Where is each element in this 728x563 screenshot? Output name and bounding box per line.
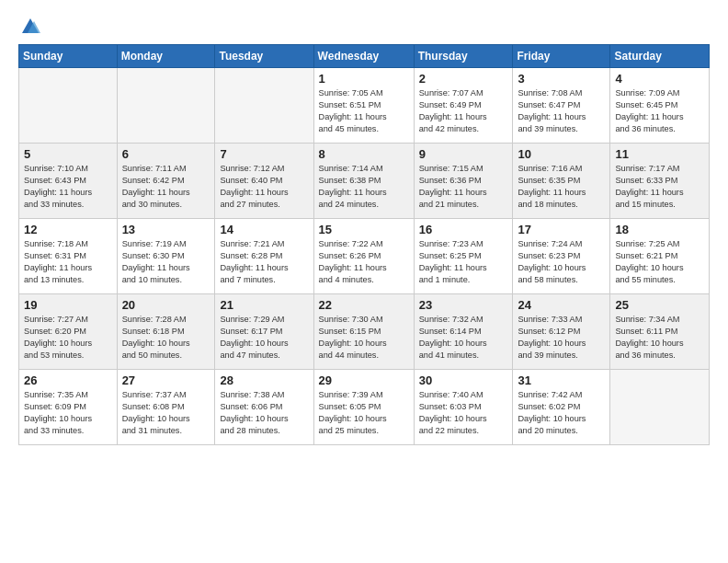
day-number: 4 bbox=[615, 72, 704, 86]
day-info: Sunrise: 7:38 AM Sunset: 6:06 PM Dayligh… bbox=[220, 389, 308, 437]
day-info: Sunrise: 7:08 AM Sunset: 6:47 PM Dayligh… bbox=[518, 87, 605, 135]
day-number: 7 bbox=[220, 147, 308, 161]
day-info: Sunrise: 7:22 AM Sunset: 6:26 PM Dayligh… bbox=[319, 238, 409, 286]
day-number: 17 bbox=[518, 223, 605, 236]
logo bbox=[18, 17, 40, 37]
day-cell: 15Sunrise: 7:22 AM Sunset: 6:26 PM Dayli… bbox=[313, 219, 414, 294]
day-number: 2 bbox=[419, 72, 508, 86]
day-info: Sunrise: 7:19 AM Sunset: 6:30 PM Dayligh… bbox=[122, 238, 210, 286]
day-cell: 23Sunrise: 7:32 AM Sunset: 6:14 PM Dayli… bbox=[414, 294, 513, 370]
day-info: Sunrise: 7:23 AM Sunset: 6:25 PM Dayligh… bbox=[419, 238, 508, 286]
day-info: Sunrise: 7:12 AM Sunset: 6:40 PM Dayligh… bbox=[220, 163, 308, 211]
day-number: 31 bbox=[518, 373, 605, 387]
day-cell: 4Sunrise: 7:09 AM Sunset: 6:45 PM Daylig… bbox=[610, 68, 710, 144]
day-cell: 21Sunrise: 7:29 AM Sunset: 6:17 PM Dayli… bbox=[215, 294, 313, 370]
day-cell: 12Sunrise: 7:18 AM Sunset: 6:31 PM Dayli… bbox=[19, 219, 118, 294]
weekday-header-friday: Friday bbox=[513, 45, 610, 68]
day-info: Sunrise: 7:32 AM Sunset: 6:14 PM Dayligh… bbox=[419, 314, 508, 362]
weekday-header-row: SundayMondayTuesdayWednesdayThursdayFrid… bbox=[19, 45, 710, 68]
page: SundayMondayTuesdayWednesdayThursdayFrid… bbox=[0, 0, 728, 563]
calendar-table: SundayMondayTuesdayWednesdayThursdayFrid… bbox=[18, 44, 710, 445]
day-info: Sunrise: 7:42 AM Sunset: 6:02 PM Dayligh… bbox=[518, 389, 605, 437]
day-info: Sunrise: 7:05 AM Sunset: 6:51 PM Dayligh… bbox=[319, 87, 409, 135]
day-number: 30 bbox=[419, 373, 508, 387]
day-cell: 2Sunrise: 7:07 AM Sunset: 6:49 PM Daylig… bbox=[414, 68, 513, 144]
week-row-5: 26Sunrise: 7:35 AM Sunset: 6:09 PM Dayli… bbox=[19, 370, 710, 445]
day-cell: 10Sunrise: 7:16 AM Sunset: 6:35 PM Dayli… bbox=[513, 144, 610, 219]
day-number: 25 bbox=[615, 298, 704, 312]
day-cell: 31Sunrise: 7:42 AM Sunset: 6:02 PM Dayli… bbox=[513, 370, 610, 445]
logo-icon bbox=[20, 17, 40, 37]
day-cell: 14Sunrise: 7:21 AM Sunset: 6:28 PM Dayli… bbox=[215, 219, 313, 294]
day-info: Sunrise: 7:21 AM Sunset: 6:28 PM Dayligh… bbox=[220, 238, 308, 286]
day-number: 12 bbox=[24, 223, 112, 236]
day-cell: 1Sunrise: 7:05 AM Sunset: 6:51 PM Daylig… bbox=[313, 68, 414, 144]
day-cell: 3Sunrise: 7:08 AM Sunset: 6:47 PM Daylig… bbox=[513, 68, 610, 144]
day-cell: 8Sunrise: 7:14 AM Sunset: 6:38 PM Daylig… bbox=[313, 144, 414, 219]
day-number: 20 bbox=[122, 298, 210, 312]
day-info: Sunrise: 7:11 AM Sunset: 6:42 PM Dayligh… bbox=[122, 163, 210, 211]
day-number: 13 bbox=[122, 223, 210, 236]
day-info: Sunrise: 7:25 AM Sunset: 6:21 PM Dayligh… bbox=[615, 238, 704, 286]
weekday-header-saturday: Saturday bbox=[610, 45, 710, 68]
week-row-3: 12Sunrise: 7:18 AM Sunset: 6:31 PM Dayli… bbox=[19, 219, 710, 294]
day-info: Sunrise: 7:28 AM Sunset: 6:18 PM Dayligh… bbox=[122, 314, 210, 362]
day-number: 10 bbox=[518, 147, 605, 161]
day-info: Sunrise: 7:17 AM Sunset: 6:33 PM Dayligh… bbox=[615, 163, 704, 211]
day-cell: 18Sunrise: 7:25 AM Sunset: 6:21 PM Dayli… bbox=[610, 219, 710, 294]
weekday-header-tuesday: Tuesday bbox=[215, 45, 313, 68]
day-number: 28 bbox=[220, 373, 308, 387]
day-cell: 6Sunrise: 7:11 AM Sunset: 6:42 PM Daylig… bbox=[117, 144, 215, 219]
day-number: 15 bbox=[319, 223, 409, 236]
day-cell bbox=[215, 68, 313, 144]
day-cell: 28Sunrise: 7:38 AM Sunset: 6:06 PM Dayli… bbox=[215, 370, 313, 445]
day-cell: 5Sunrise: 7:10 AM Sunset: 6:43 PM Daylig… bbox=[19, 144, 118, 219]
day-info: Sunrise: 7:33 AM Sunset: 6:12 PM Dayligh… bbox=[518, 314, 605, 362]
week-row-4: 19Sunrise: 7:27 AM Sunset: 6:20 PM Dayli… bbox=[19, 294, 710, 370]
day-info: Sunrise: 7:40 AM Sunset: 6:03 PM Dayligh… bbox=[419, 389, 508, 437]
day-info: Sunrise: 7:16 AM Sunset: 6:35 PM Dayligh… bbox=[518, 163, 605, 211]
day-number: 11 bbox=[615, 147, 704, 161]
day-number: 16 bbox=[419, 223, 508, 236]
day-cell: 19Sunrise: 7:27 AM Sunset: 6:20 PM Dayli… bbox=[19, 294, 118, 370]
header-area bbox=[18, 17, 710, 37]
day-number: 24 bbox=[518, 298, 605, 312]
day-cell: 27Sunrise: 7:37 AM Sunset: 6:08 PM Dayli… bbox=[117, 370, 215, 445]
day-info: Sunrise: 7:39 AM Sunset: 6:05 PM Dayligh… bbox=[319, 389, 409, 437]
day-number: 18 bbox=[615, 223, 704, 236]
day-number: 23 bbox=[419, 298, 508, 312]
day-number: 19 bbox=[24, 298, 112, 312]
day-cell: 25Sunrise: 7:34 AM Sunset: 6:11 PM Dayli… bbox=[610, 294, 710, 370]
day-cell bbox=[19, 68, 118, 144]
day-number: 8 bbox=[319, 147, 409, 161]
weekday-header-wednesday: Wednesday bbox=[313, 45, 414, 68]
day-info: Sunrise: 7:27 AM Sunset: 6:20 PM Dayligh… bbox=[24, 314, 112, 362]
day-cell bbox=[610, 370, 710, 445]
day-cell: 26Sunrise: 7:35 AM Sunset: 6:09 PM Dayli… bbox=[19, 370, 118, 445]
day-info: Sunrise: 7:18 AM Sunset: 6:31 PM Dayligh… bbox=[24, 238, 112, 286]
day-info: Sunrise: 7:07 AM Sunset: 6:49 PM Dayligh… bbox=[419, 87, 508, 135]
day-cell: 20Sunrise: 7:28 AM Sunset: 6:18 PM Dayli… bbox=[117, 294, 215, 370]
day-number: 27 bbox=[122, 373, 210, 387]
day-info: Sunrise: 7:24 AM Sunset: 6:23 PM Dayligh… bbox=[518, 238, 605, 286]
day-number: 6 bbox=[122, 147, 210, 161]
day-number: 5 bbox=[24, 147, 112, 161]
day-cell: 22Sunrise: 7:30 AM Sunset: 6:15 PM Dayli… bbox=[313, 294, 414, 370]
day-info: Sunrise: 7:35 AM Sunset: 6:09 PM Dayligh… bbox=[24, 389, 112, 437]
day-info: Sunrise: 7:14 AM Sunset: 6:38 PM Dayligh… bbox=[319, 163, 409, 211]
weekday-header-monday: Monday bbox=[117, 45, 215, 68]
day-number: 1 bbox=[319, 72, 409, 86]
day-info: Sunrise: 7:34 AM Sunset: 6:11 PM Dayligh… bbox=[615, 314, 704, 362]
day-number: 3 bbox=[518, 72, 605, 86]
day-number: 26 bbox=[24, 373, 112, 387]
day-cell: 9Sunrise: 7:15 AM Sunset: 6:36 PM Daylig… bbox=[414, 144, 513, 219]
day-cell: 7Sunrise: 7:12 AM Sunset: 6:40 PM Daylig… bbox=[215, 144, 313, 219]
day-cell bbox=[117, 68, 215, 144]
day-info: Sunrise: 7:30 AM Sunset: 6:15 PM Dayligh… bbox=[319, 314, 409, 362]
week-row-1: 1Sunrise: 7:05 AM Sunset: 6:51 PM Daylig… bbox=[19, 68, 710, 144]
weekday-header-sunday: Sunday bbox=[19, 45, 118, 68]
day-cell: 17Sunrise: 7:24 AM Sunset: 6:23 PM Dayli… bbox=[513, 219, 610, 294]
day-cell: 13Sunrise: 7:19 AM Sunset: 6:30 PM Dayli… bbox=[117, 219, 215, 294]
day-info: Sunrise: 7:29 AM Sunset: 6:17 PM Dayligh… bbox=[220, 314, 308, 362]
day-info: Sunrise: 7:15 AM Sunset: 6:36 PM Dayligh… bbox=[419, 163, 508, 211]
